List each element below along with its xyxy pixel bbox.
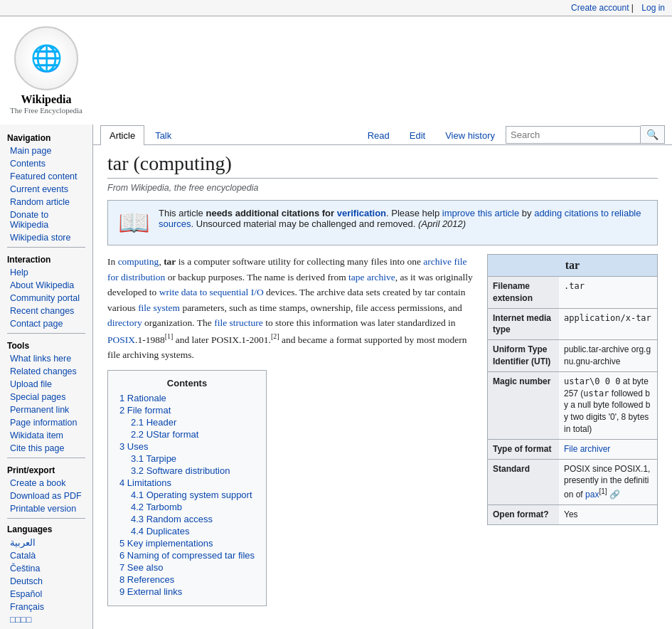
infobox-row-standard: Standard POSIX since POSIX.1, presently … (488, 459, 657, 504)
toc-subitem-3-1: 3.1 Tarpipe (131, 453, 255, 464)
sidebar-item-lang-cs[interactable]: Čeština (0, 562, 92, 575)
search-button[interactable]: 🔍 (641, 125, 665, 144)
toc-link-3-2[interactable]: 3.2 Software distribution (131, 465, 230, 476)
sidebar-item-printable-version[interactable]: Printable version (0, 502, 92, 515)
infobox-label-open: Open format? (488, 505, 559, 524)
languages-section-title: Languages (0, 522, 92, 536)
toc-item-4: 4 Limitations (119, 477, 255, 488)
sidebar-item-page-information[interactable]: Page information (0, 416, 92, 429)
toc-link-4[interactable]: 4 Limitations (119, 477, 171, 488)
log-in-link[interactable]: Log in (641, 3, 665, 13)
toc-link-9[interactable]: 9 External links (119, 586, 182, 597)
infobox-label-uti: Uniform Type Identifier (UTI) (488, 340, 559, 371)
toc-link-3[interactable]: 3 Uses (119, 441, 148, 452)
toc-item-5: 5 Key implementations (119, 538, 255, 549)
search-input[interactable] (506, 126, 641, 144)
sidebar-item-wikipedia-store[interactable]: Wikipedia store (0, 231, 92, 244)
infobox-value-uti: public.tar-archive org.gnu.gnu-archive (559, 340, 657, 371)
toc-link-8[interactable]: 8 References (119, 574, 174, 585)
tab-article[interactable]: Article (100, 125, 144, 145)
sidebar-item-random-article[interactable]: Random article (0, 196, 92, 208)
interaction-section-title: Interaction (0, 250, 92, 266)
sidebar-item-lang-ca[interactable]: Català (0, 549, 92, 562)
file-system-link[interactable]: file system (138, 302, 180, 313)
page-title: tar (computing) (107, 152, 658, 179)
toc-link-4-3[interactable]: 4.3 Random access (131, 514, 213, 524)
posix-link[interactable]: POSIX (107, 334, 135, 344)
sidebar-item-wikidata-item[interactable]: Wikidata item (0, 429, 92, 442)
file-archiver-link[interactable]: File archiver (564, 444, 610, 454)
computing-link[interactable]: computing (118, 256, 159, 267)
sidebar-item-main-page[interactable]: Main page (0, 144, 92, 157)
page-tabs: Article Talk Read Edit View history 🔍 (93, 125, 672, 145)
sidebar-item-donate[interactable]: Donate to Wikipedia (0, 208, 92, 231)
create-account-link[interactable]: Create account (571, 3, 629, 13)
toc-link-6[interactable]: 6 Naming of compressed tar files (119, 550, 255, 561)
sidebar-item-cite-this-page[interactable]: Cite this page (0, 442, 92, 455)
io-link[interactable]: I/O (251, 287, 264, 297)
sidebar-item-upload-file[interactable]: Upload file (0, 378, 92, 391)
sidebar-item-lang-fr[interactable]: Français (0, 601, 92, 613)
sidebar-item-featured-content[interactable]: Featured content (0, 170, 92, 183)
navigation-section-title: Navigation (0, 129, 92, 144)
sidebar-item-community-portal[interactable]: Community portal (0, 292, 92, 305)
toc-link-3-1[interactable]: 3.1 Tarpipe (131, 453, 176, 464)
article-content: tar (computing) From Wikipedia, the free… (93, 145, 672, 629)
improve-link[interactable]: improve this article (442, 208, 519, 218)
toc-link-2-1[interactable]: 2.1 Header (131, 417, 176, 428)
sidebar-item-related-changes[interactable]: Related changes (0, 365, 92, 378)
sidebar-item-lang-jp1[interactable]: □□□□ (0, 613, 92, 626)
sidebar-item-recent-changes[interactable]: Recent changes (0, 305, 92, 317)
toc-link-1[interactable]: 1 Rationale (119, 393, 166, 403)
sidebar-item-lang-es[interactable]: Español (0, 588, 92, 601)
sidebar-item-help[interactable]: Help (0, 266, 92, 279)
infobox-label-filename: Filename extension (488, 277, 559, 308)
sidebar-item-download-pdf[interactable]: Download as PDF (0, 490, 92, 502)
sidebar-item-current-events[interactable]: Current events (0, 183, 92, 196)
archive-link[interactable]: archive file for distribution (107, 256, 466, 282)
site-tagline: The Free Encyclopedia (10, 106, 82, 115)
toc-link-2[interactable]: 2 File format (119, 405, 171, 416)
tab-read[interactable]: Read (358, 125, 399, 145)
file-structure-link[interactable]: file structure (214, 317, 263, 328)
toc-subitem-2-1: 2.1 Header (131, 417, 255, 428)
verification-link[interactable]: verification (337, 208, 386, 218)
print-section-title: Print/export (0, 461, 92, 477)
sidebar-item-contents[interactable]: Contents (0, 157, 92, 170)
sidebar-item-what-links-here[interactable]: What links here (0, 352, 92, 365)
pax-link[interactable]: pax (585, 490, 599, 500)
sidebar-item-lang-de[interactable]: Deutsch (0, 575, 92, 588)
toc-item-8: 8 References (119, 574, 255, 585)
toc-link-2-2[interactable]: 2.2 UStar format (131, 429, 198, 440)
toc-link-7[interactable]: 7 See also (119, 562, 163, 573)
sidebar-item-lang-ar[interactable]: العربية (0, 536, 92, 549)
sidebar-item-create-book[interactable]: Create a book (0, 477, 92, 490)
sidebar-divider-1 (7, 247, 85, 248)
infobox-label-media-type: Internet media type (488, 309, 559, 340)
infobox: tar Filename extension .tar Internet med… (487, 254, 658, 525)
toc-link-4-1[interactable]: 4.1 Operating system support (131, 490, 252, 500)
sidebar-item-lang-it[interactable]: Italiano (0, 626, 92, 629)
infobox-row-open: Open format? Yes (488, 504, 657, 524)
sidebar: Navigation Main page Contents Featured c… (0, 125, 92, 629)
tape-archive-link[interactable]: tape archive (348, 272, 395, 282)
sidebar-item-permanent-link[interactable]: Permanent link (0, 403, 92, 416)
infobox-value-filename: .tar (559, 277, 590, 308)
rationale-title: Rationale (107, 625, 167, 629)
toc-link-4-2[interactable]: 4.2 Tarbomb (131, 502, 182, 512)
sidebar-item-contact[interactable]: Contact page (0, 317, 92, 330)
toc-link-4-4[interactable]: 4.4 Duplicates (131, 526, 189, 536)
logo-image: 🌐 (14, 26, 78, 90)
toc-subitem-4-1: 4.1 Operating system support (131, 490, 255, 500)
write-data-link[interactable]: write data to sequential (159, 287, 249, 297)
sidebar-item-special-pages[interactable]: Special pages (0, 391, 92, 403)
tab-talk[interactable]: Talk (146, 125, 181, 145)
toc-item-7: 7 See also (119, 562, 255, 573)
tab-edit[interactable]: Edit (400, 125, 434, 145)
top-bar: Create account | Log in (0, 0, 672, 16)
directory-link[interactable]: directory (107, 317, 142, 328)
infobox-value-standard: POSIX since POSIX.1, presently in the de… (559, 460, 657, 504)
sidebar-item-about[interactable]: About Wikipedia (0, 279, 92, 292)
tab-view-history[interactable]: View history (436, 125, 504, 145)
toc-link-5[interactable]: 5 Key implementations (119, 538, 213, 549)
